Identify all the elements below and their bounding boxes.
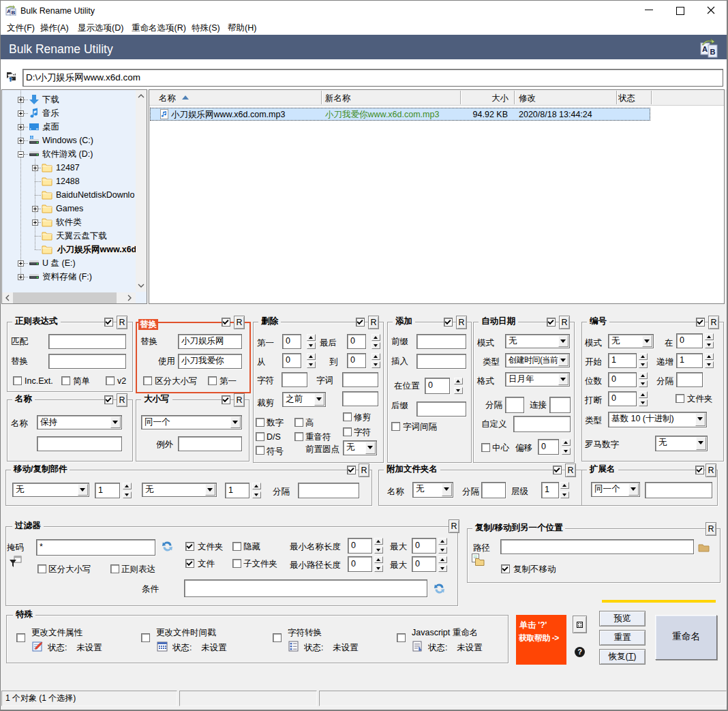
svg-text:A: A (702, 45, 708, 53)
svg-text:B: B (12, 10, 16, 16)
svg-text:B: B (710, 48, 716, 56)
